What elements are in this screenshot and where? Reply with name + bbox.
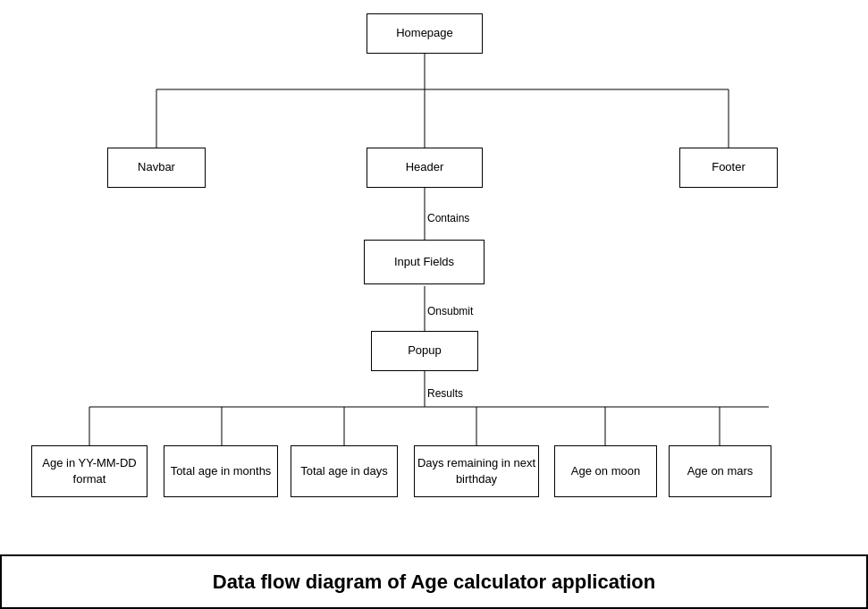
contains-label: Contains bbox=[427, 212, 469, 224]
node-popup: Popup bbox=[371, 331, 478, 371]
node-age-mars: Age on mars bbox=[669, 445, 771, 497]
node-homepage: Homepage bbox=[367, 13, 483, 54]
node-age-yy: Age in YY-MM-DD format bbox=[31, 445, 147, 497]
node-footer: Footer bbox=[679, 148, 778, 188]
node-input-fields: Input Fields bbox=[364, 240, 485, 284]
node-days-bday: Days remaining in next birthday bbox=[414, 445, 539, 497]
node-navbar: Navbar bbox=[107, 148, 206, 188]
node-age-days: Total age in days bbox=[291, 445, 398, 497]
caption-bar: Data flow diagram of Age calculator appl… bbox=[0, 554, 868, 609]
node-age-months: Total age in months bbox=[164, 445, 278, 497]
node-age-moon: Age on moon bbox=[554, 445, 657, 497]
results-label: Results bbox=[427, 387, 463, 400]
node-header: Header bbox=[367, 148, 483, 188]
diagram-container: Contains Onsubmit Results Homepage Navba… bbox=[0, 0, 868, 554]
onsubmit-label: Onsubmit bbox=[427, 305, 474, 317]
